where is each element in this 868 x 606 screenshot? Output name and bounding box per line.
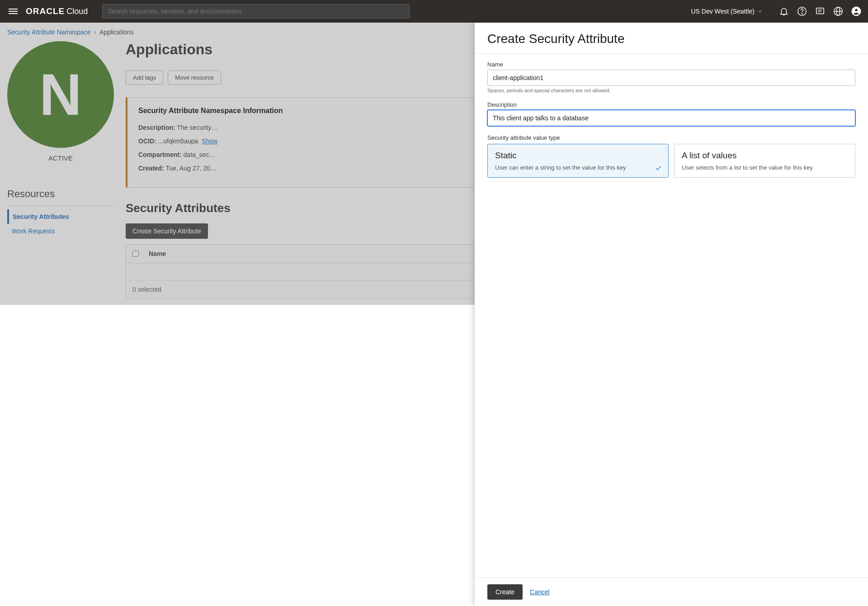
svg-point-1: [802, 13, 802, 14]
svg-point-9: [855, 9, 858, 11]
value-type-cards: Static User can enter a string to set th…: [487, 144, 855, 178]
chat-icon[interactable]: [815, 6, 825, 16]
value-type-label: Security attribute value type: [487, 134, 855, 141]
panel-footer: Create Cancel: [475, 578, 868, 606]
svg-rect-2: [816, 8, 824, 14]
header-icons: [779, 6, 861, 16]
check-icon: [655, 165, 662, 172]
search-container: [102, 4, 410, 19]
logo-cloud: Cloud: [66, 7, 88, 16]
description-label: Description: [487, 101, 855, 108]
name-field-block: Name Spaces, periods and special charact…: [487, 61, 855, 93]
static-title: Static: [495, 151, 661, 161]
panel-title: Create Security Attribute: [475, 23, 868, 54]
region-selector[interactable]: US Dev West (Seattle): [691, 8, 763, 15]
create-button[interactable]: Create: [487, 584, 523, 600]
cancel-button[interactable]: Cancel: [530, 588, 550, 596]
globe-icon[interactable]: [833, 6, 843, 16]
panel-body: Name Spaces, periods and special charact…: [475, 54, 868, 578]
name-input[interactable]: [487, 70, 855, 86]
notifications-icon[interactable]: [779, 6, 789, 16]
create-attribute-panel: Create Security Attribute Name Spaces, p…: [475, 23, 868, 606]
name-label: Name: [487, 61, 855, 68]
value-type-block: Security attribute value type Static Use…: [487, 134, 855, 178]
logo-brand: ORACLE: [26, 6, 65, 16]
help-icon[interactable]: [797, 6, 807, 16]
list-desc: User selects from a list to set the valu…: [682, 164, 848, 171]
description-field-block: Description: [487, 101, 855, 126]
value-type-list[interactable]: A list of values User selects from a lis…: [674, 144, 855, 178]
region-label: US Dev West (Seattle): [691, 8, 755, 15]
oracle-logo[interactable]: ORACLE Cloud: [26, 6, 88, 16]
chevron-down-icon: [757, 9, 763, 14]
list-title: A list of values: [682, 151, 848, 161]
hamburger-menu-icon[interactable]: [7, 7, 19, 16]
value-type-static[interactable]: Static User can enter a string to set th…: [487, 144, 669, 178]
name-help-text: Spaces, periods and special characters a…: [487, 88, 855, 93]
description-input[interactable]: [487, 110, 855, 126]
static-desc: User can enter a string to set the value…: [495, 164, 661, 171]
search-input[interactable]: [102, 4, 410, 19]
app-header: ORACLE Cloud US Dev West (Seattle): [0, 0, 868, 23]
profile-icon[interactable]: [851, 6, 861, 16]
